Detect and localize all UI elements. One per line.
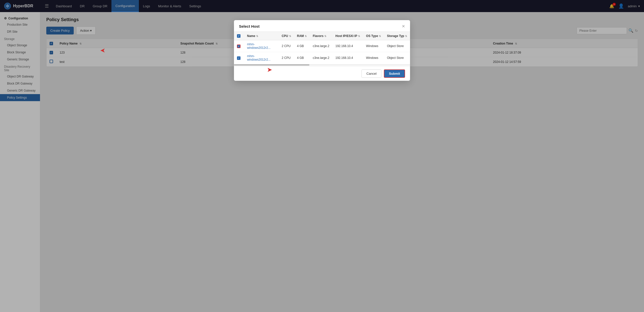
modal-col-flavors: Flavors ⇅	[310, 32, 332, 40]
submit-button[interactable]: Submit	[384, 69, 405, 78]
modal-col-os-type: OS Type ⇅	[363, 32, 384, 40]
modal-table-header-row: Name ⇅ CPU ⇅ RAM ⇅	[234, 32, 410, 40]
modal-select-all-checkbox[interactable]	[237, 34, 240, 38]
modal-title: Select Host	[239, 24, 260, 28]
sort-icon: ⇅	[289, 35, 291, 37]
modal-storage-type-cell: Object Store	[384, 40, 410, 52]
modal-os-type-cell: Windows	[363, 52, 384, 64]
modal-table-row: mhm-windows2012r2... 2 CPU 4 GB c3ne.lar…	[234, 52, 410, 64]
modal-table-row: mhm-windows2012r2... 2 CPU 4 GB c3ne.lar…	[234, 40, 410, 52]
sort-icon: ⇅	[379, 35, 381, 37]
modal-close-button[interactable]: ✕	[402, 24, 405, 28]
modal-cpu-cell: 2 CPU	[279, 40, 294, 52]
modal-col-cpu: CPU ⇅	[279, 32, 294, 40]
modal-host-name-cell: mhm-windows2012r2...	[244, 52, 279, 64]
sort-icon: ⇅	[324, 35, 326, 37]
modal-cpu-cell: 2 CPU	[279, 52, 294, 64]
modal-body: Name ⇅ CPU ⇅ RAM ⇅	[234, 32, 410, 66]
modal-host-name-cell: mhm-windows2012r2...	[244, 40, 279, 52]
modal-host-name-link[interactable]: mhm-windows2012r2...	[247, 54, 270, 61]
modal-col-ram: RAM ⇅	[294, 32, 310, 40]
modal-storage-type-cell: Object Store	[384, 52, 410, 64]
modal-header: Select Host ✕	[234, 20, 410, 32]
modal-host-name-link[interactable]: mhm-windows2012r2...	[247, 43, 270, 50]
modal-col-name: Name ⇅	[244, 32, 279, 40]
scrollbar-thumb[interactable]	[234, 64, 309, 66]
sort-icon: ⇅	[256, 35, 258, 37]
modal-col-storage-type: Storage Typ ⇅	[384, 32, 410, 40]
modal-flavors-cell: c3ne.large.2	[310, 40, 332, 52]
sort-icon: ⇅	[405, 35, 407, 37]
modal-ram-cell: 4 GB	[294, 40, 310, 52]
modal-row-checkbox-1[interactable]	[237, 45, 240, 48]
sort-icon: ⇅	[305, 35, 307, 37]
cancel-button[interactable]: Cancel	[361, 69, 381, 78]
modal-host-ip-cell: 192.168.10.4	[332, 52, 363, 64]
modal-ram-cell: 4 GB	[294, 52, 310, 64]
modal-row-checkbox-2[interactable]	[237, 56, 240, 60]
modal-scroll-container: Name ⇅ CPU ⇅ RAM ⇅	[234, 32, 410, 66]
modal-os-type-cell: Windows	[363, 40, 384, 52]
horizontal-scrollbar[interactable]	[234, 64, 410, 66]
modal-col-host-ip: Host IP/ESXi IP ⇅	[332, 32, 363, 40]
modal-footer: Cancel Submit	[234, 66, 410, 81]
modal-overlay: Select Host ✕ Name ⇅	[0, 0, 644, 312]
modal-host-ip-cell: 192.168.10.4	[332, 40, 363, 52]
modal-host-table: Name ⇅ CPU ⇅ RAM ⇅	[234, 32, 410, 64]
modal-flavors-cell: c3ne.large.2	[310, 52, 332, 64]
select-host-modal: Select Host ✕ Name ⇅	[234, 20, 410, 81]
sort-icon: ⇅	[358, 35, 360, 37]
